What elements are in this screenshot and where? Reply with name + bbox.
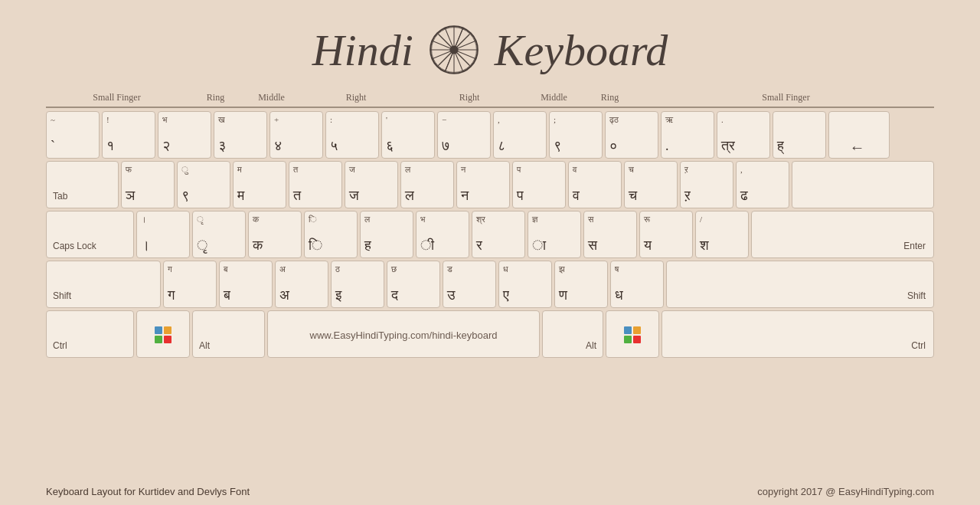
finger-label-middle-r: Middle [526,92,582,108]
key-0[interactable]: ढ्ठ ० [605,111,658,159]
alt-right-label: Alt [586,340,596,351]
shift-right-label: Shift [907,290,926,301]
tab-label: Tab [53,191,67,202]
key-z[interactable]: ग ग [163,261,217,308]
key-f[interactable]: ि ि [304,211,358,258]
key-2[interactable]: भ २ [158,111,211,159]
key-bracket-r[interactable]: , ढ [736,161,789,208]
title-part2: Keyboard [495,25,668,76]
finger-labels: Small Finger Ring Middle Right Right Mid… [46,92,934,108]
finger-label-ring-l: Ring [188,92,243,108]
key-x[interactable]: ब ब [219,261,273,308]
key-v[interactable]: ठ इ [331,261,384,308]
key-alt-left[interactable]: Alt [192,310,265,358]
key-period[interactable]: ष ध [610,261,664,308]
key-p[interactable]: च च [624,161,678,208]
footer-left: Keyboard Layout for Kurtidev and Devlys … [46,486,250,497]
key-win-right[interactable] [606,310,659,358]
key-a[interactable]: । । [136,211,190,258]
key-i[interactable]: प प [512,161,566,208]
key-comma[interactable]: झ ण [554,261,608,308]
key-o[interactable]: व व [568,161,622,208]
finger-label-right-l: Right [299,92,413,108]
key-3[interactable]: ख ३ [214,111,267,159]
key-d[interactable]: क क [248,211,302,258]
key-g[interactable]: ल ह [360,211,413,258]
key-backslash[interactable] [792,161,934,208]
key-u[interactable]: न न [456,161,510,208]
finger-label-right-r: Right [413,92,526,108]
keyboard-container: Small Finger Ring Middle Right Right Mid… [0,92,980,358]
key-s[interactable]: ृ ृ [192,211,246,258]
key-enter[interactable]: Enter [751,211,934,258]
row-qwerty: Tab फ ञ ु ९ म म त त ज ज ल ल न न [46,161,934,208]
key-minus[interactable]: ऋ . [661,111,714,159]
key-equals[interactable]: . त्र [717,111,770,159]
key-l[interactable]: स स [583,211,637,258]
key-j[interactable]: श्र र [472,211,525,258]
key-space[interactable]: www.EasyHindiTyping.com/hindi-keyboard [267,310,540,358]
finger-label-small-finger-l: Small Finger [46,92,188,108]
footer: Keyboard Layout for Kurtidev and Devlys … [0,486,980,497]
shift-left-label: Shift [53,290,71,301]
key-b[interactable]: छ द [387,261,440,308]
key-win-left[interactable] [136,310,190,358]
key-backspace[interactable]: ← [828,111,890,159]
key-4[interactable]: + ४ [270,111,323,159]
url-text: www.EasyHindiTyping.com/hindi-keyboard [310,330,498,341]
ashoka-wheel-icon [427,23,481,77]
windows-icon [155,326,172,343]
finger-label-middle-l: Middle [243,92,299,108]
row-zxcv: Shift ग ग ब ब अ अ ठ इ छ द ड उ ध ए [46,261,934,308]
key-r[interactable]: त त [289,161,342,208]
footer-right: copyright 2017 @ EasyHindiTyping.com [757,486,934,497]
key-backtick[interactable]: ~ ` [46,111,100,159]
caps-lock-label: Caps Lock [53,241,96,251]
key-k[interactable]: ज्ञ ा [528,211,581,258]
key-h[interactable]: भ ी [416,211,469,258]
key-caps-lock[interactable]: Caps Lock [46,211,134,258]
enter-label: Enter [903,241,926,251]
key-1[interactable]: ! १ [102,111,155,159]
key-6[interactable]: ' ६ [381,111,435,159]
row-asdf: Caps Lock । । ृ ृ क क ि ि ल ह भ ी श्र र [46,211,934,258]
key-semicolon[interactable]: रू य [639,211,693,258]
key-c[interactable]: अ अ [275,261,328,308]
key-bracket[interactable]: ह् [773,111,826,159]
title-section: Hindi Keyboard [0,0,980,92]
backspace-arrow-icon: ← [850,139,865,156]
key-m[interactable]: ध ए [498,261,552,308]
key-ctrl-right[interactable]: Ctrl [662,310,934,358]
key-shift-left[interactable]: Shift [46,261,161,308]
key-alt-right[interactable]: Alt [542,310,603,358]
key-t[interactable]: ज ज [345,161,398,208]
row-numbers: ~ ` ! १ भ २ ख ३ + ४ : ५ ' ६ − ७ [46,111,934,159]
ctrl-left-label: Ctrl [53,340,67,351]
key-8[interactable]: , ८ [493,111,547,159]
alt-left-label: Alt [199,340,210,351]
key-5[interactable]: : ५ [325,111,379,159]
ctrl-right-label: Ctrl [911,340,926,351]
key-q[interactable]: फ ञ [121,161,175,208]
key-w[interactable]: ु ९ [177,161,230,208]
key-bracket-l[interactable]: ऱ ऱ [680,161,733,208]
finger-label-small-finger-r: Small Finger [638,92,934,108]
key-n[interactable]: ड उ [443,261,496,308]
finger-label-ring-r: Ring [582,92,638,108]
row-bottom: Ctrl Alt www.EasyHindiTyping.com/hindi-k… [46,310,934,358]
title-part1: Hindi [312,25,413,76]
key-tab[interactable]: Tab [46,161,119,208]
windows-right-icon [624,326,641,343]
key-shift-right[interactable]: Shift [666,261,934,308]
key-ctrl-left[interactable]: Ctrl [46,310,134,358]
key-9[interactable]: ; ९ [549,111,603,159]
key-e[interactable]: म म [233,161,286,208]
key-7[interactable]: − ७ [437,111,491,159]
key-quote[interactable]: / श [695,211,749,258]
key-y[interactable]: ल ल [400,161,454,208]
